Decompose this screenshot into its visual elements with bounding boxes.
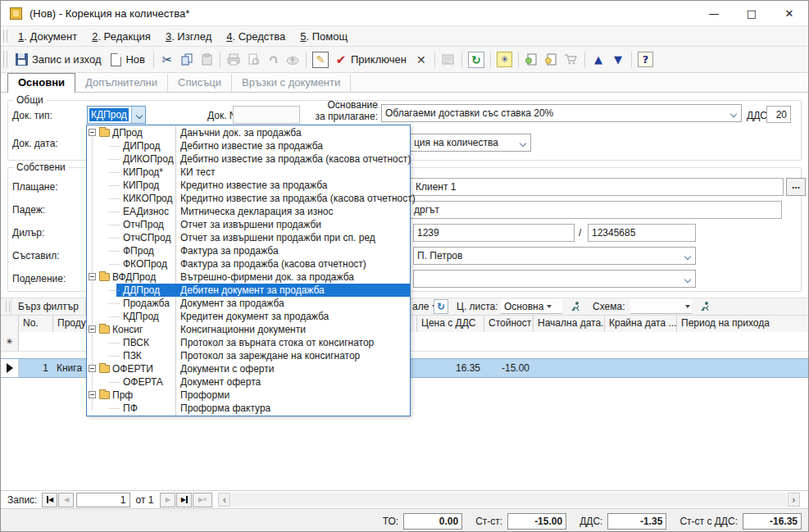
tree-collapse-icon[interactable] [89,129,96,136]
column-revenue-period[interactable]: Период на прихода [677,316,808,332]
copy-document-green-icon[interactable] [525,52,539,67]
move-down-icon[interactable]: ▼ [611,52,625,67]
schema-combo[interactable] [630,299,692,314]
refresh-icon[interactable]: ↻ [468,52,484,68]
doc-type-option[interactable]: ОтчСПрод Отчет за извършени продажби при… [87,231,410,244]
attachment-icon[interactable] [266,52,280,67]
menu-help[interactable]: 5. Помощ [293,29,355,44]
tree-collapse-icon[interactable] [89,365,96,372]
new-button[interactable]: Нов [106,51,150,69]
quick-filter-button[interactable]: Бърз филтър [11,298,86,315]
tab-document-links[interactable]: Връзки с документи [232,74,351,92]
copy-icon[interactable] [180,52,194,67]
doc-type-option[interactable]: Консиг Консигнационни документи [87,323,410,336]
move-up-icon[interactable]: ▲ [591,52,606,67]
close-button[interactable]: ✕ [770,1,808,25]
net-label: Ст-ст: [475,516,502,527]
doc-type-option[interactable]: КДПрод Кредитен документ за продажба [87,310,410,323]
column-start-date[interactable]: Начална дата... [534,316,605,332]
column-end-date[interactable]: Крайна дата ... [605,316,677,332]
doc-type-option[interactable]: ДИПрод Дебитно известие за продажба [87,139,410,152]
doc-type-description: Проформа фактура [180,402,270,415]
cloud-upload-icon[interactable] [285,52,300,67]
dealer-field-1[interactable]: 1239 [413,224,575,242]
doc-type-option[interactable]: ПВСК Протокол за върната стока от консиг… [87,336,410,349]
vat-field[interactable]: 20 [766,106,791,123]
maximize-button[interactable]: □ [733,1,770,25]
doc-type-option[interactable]: ОФЕРТИ Документи с оферти [87,362,410,375]
chevron-down-icon [684,253,691,260]
tab-additional[interactable]: Допълнителни [75,74,168,92]
edit-mode-icon[interactable]: ✎ [312,52,329,68]
doc-type-option[interactable]: ОФЕРТА Документ оферта [87,375,410,389]
tree-collapse-icon[interactable] [89,391,96,398]
doc-type-option[interactable]: ДПрод Данъчни док. за продажба [87,126,410,139]
apply-price-list-icon[interactable] [570,298,581,315]
clear-completed-icon[interactable]: ✕ [414,52,429,67]
doc-no-field[interactable] [233,106,300,124]
division-combo[interactable] [413,270,696,288]
apply-schema-icon[interactable] [699,298,711,315]
notes-icon[interactable] [441,52,456,67]
price-list-combo[interactable]: Основна [501,299,562,314]
new-element-icon[interactable]: ✳ [497,52,512,67]
doc-type-option[interactable]: ЕАДизнос Митническа декларация за износ [87,205,410,218]
menu-tools[interactable]: 4. Средства [219,29,293,44]
minimize-button[interactable]: — [695,1,733,25]
payment-browse-button[interactable]: ... [786,178,806,196]
completed-toggle[interactable]: Приключен [351,51,411,68]
save-exit-button[interactable]: Запис и изход [11,51,106,68]
cart-icon[interactable] [564,52,579,67]
doc-type-option[interactable]: ДДПрод Дебитен документ за продажба [87,284,410,297]
print-icon[interactable] [226,52,241,67]
next-record-button[interactable]: ▶ [160,493,175,507]
menu-document[interactable]: 1. Документ [11,29,84,44]
menu-view[interactable]: 3. Изглед [158,29,219,44]
previous-record-button[interactable]: ◀ [58,493,74,507]
doc-type-option[interactable]: КИПрод Кредитно известие за продажба [87,179,410,192]
doc-type-option[interactable]: ФПрод Фактура за продажба [87,244,410,257]
doc-type-option[interactable]: ОтчПрод Отчет за извършени продажби [87,218,410,231]
grid-refresh-icon[interactable]: ↻ [434,299,448,314]
doc-type-option[interactable]: ФКОПрод Фактура за продажба (касова отче… [87,257,410,271]
vat-total-label: ДДС: [579,516,602,527]
folder-icon [99,129,110,137]
doc-type-option[interactable]: ПЗК Протокол за зареждане на консигнатор [87,349,410,362]
doc-type-option[interactable]: ДИКОПрод Дебитно известие за продажба (к… [87,152,410,166]
tab-main[interactable]: Основни [7,73,75,93]
help-icon[interactable]: ? [638,52,653,67]
doc-type-option[interactable]: Прф Проформи [87,389,410,402]
doc-type-option[interactable]: ПФ Проформа фактура [87,402,410,415]
horizontal-scrollbar[interactable] [231,493,787,507]
doc-type-combo[interactable]: КДПрод [87,106,146,124]
menu-edit[interactable]: 2. Редакция [84,29,158,44]
column-value[interactable]: Стойност [484,316,534,332]
scroll-right-button[interactable]: › [788,493,800,507]
column-price-vat[interactable]: Цена с ДДС [417,316,484,332]
tab-lists[interactable]: Списъци [168,74,232,92]
column-no[interactable]: No. [19,316,53,332]
doc-type-option[interactable]: КИПрод* КИ тест [87,166,410,179]
dealer-field-2[interactable]: 12345685 [588,224,696,242]
payment-value: Клиент 1 [416,179,457,195]
doc-type-code: КИПрод* [123,166,163,179]
cut-icon[interactable]: ✂ [160,52,175,67]
composer-combo[interactable]: П. Петров [413,247,696,265]
doc-type-option[interactable]: Продажба Документ за продажба [87,297,410,310]
scroll-left-button[interactable]: ‹ [218,493,230,507]
doc-type-option[interactable]: ВФДПрод Вътрешно-фирмени док. за продажб… [87,271,410,284]
doc-type-combo-button[interactable] [131,107,145,123]
tree-collapse-icon[interactable] [89,325,96,333]
last-record-button[interactable]: ▶ [176,493,192,507]
basis-combo[interactable]: Облагаеми доставки със ставка 20% [381,104,742,122]
doc-type-value: КДПрод [89,108,129,121]
copy-document-yellow-icon[interactable] [544,52,559,67]
new-record-button[interactable]: ▶✳ [193,493,212,507]
first-record-button[interactable]: ◀ [42,493,57,507]
tree-collapse-icon[interactable] [89,273,96,280]
print-preview-icon[interactable] [246,52,261,67]
doc-type-option[interactable]: КИКОПрод Кредитно известие за продажба (… [87,192,410,205]
doc-type-description: Кредитно известие за продажба (касова от… [180,192,416,205]
record-number-input[interactable]: 1 [76,493,130,507]
paste-icon[interactable] [199,52,214,67]
